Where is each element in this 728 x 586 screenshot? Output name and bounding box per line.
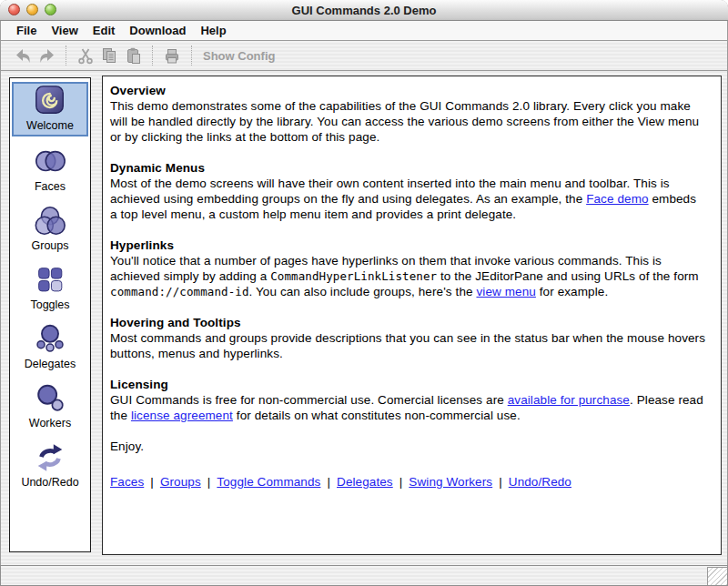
menu-help[interactable]: Help	[200, 24, 226, 37]
view-menu-link[interactable]: view menu	[476, 285, 535, 298]
available-for-purchase-link[interactable]: available for purchase	[508, 393, 630, 407]
link-separator: |	[399, 475, 403, 489]
menu-file[interactable]: File	[16, 24, 36, 37]
sidebar-item-faces[interactable]: Faces	[12, 141, 88, 196]
swing-workers-link[interactable]: Swing Workers	[409, 475, 492, 489]
link-separator: |	[327, 475, 330, 489]
gui-commands-logo-icon	[33, 84, 67, 118]
sidebar-item-toggles[interactable]: Toggles	[12, 259, 88, 314]
forward-arrow-icon	[37, 46, 56, 65]
code-snippet: command://command-id	[110, 285, 249, 298]
menu-view[interactable]: View	[51, 24, 77, 37]
minimize-button[interactable]	[26, 4, 38, 15]
show-config-button[interactable]: Show Config	[203, 49, 275, 63]
close-button[interactable]	[8, 4, 20, 15]
circle-with-satellites-icon	[32, 322, 68, 357]
paste-icon	[124, 46, 142, 65]
toolbar-separator	[152, 45, 153, 66]
section-body: . You can also include groups, here's th…	[249, 285, 477, 298]
section-overview: Overview This demo demonstrates some of …	[110, 83, 706, 145]
resize-grip[interactable]	[707, 567, 727, 585]
scissors-icon	[76, 46, 95, 65]
link-separator: |	[150, 475, 154, 489]
three-circles-icon	[32, 204, 68, 238]
big-small-circle-icon	[32, 381, 68, 416]
section-body: for details on what constitutes non-comm…	[233, 409, 521, 422]
undo-redo-link[interactable]: Undo/Redo	[509, 475, 571, 489]
back-arrow-icon	[14, 46, 33, 65]
sidebar-item-groups[interactable]: Groups	[12, 200, 88, 255]
section-heading: Dynamic Menus	[110, 161, 205, 175]
menu-bar: File View Edit Download Help	[0, 21, 728, 41]
sidebar-item-label: Welcome	[26, 119, 74, 132]
sidebar-item-delegates[interactable]: Delegates	[12, 318, 88, 373]
copy-icon	[100, 46, 118, 65]
toolbar: Show Config	[0, 41, 728, 71]
section-body: for example.	[536, 285, 608, 298]
toolbar-separator	[191, 45, 192, 66]
sidebar-item-welcome[interactable]: Welcome	[12, 82, 88, 136]
section-heading: Licensing	[110, 378, 168, 391]
sidebar-item-label: Delegates	[25, 358, 76, 370]
window-controls	[8, 4, 56, 15]
toolbar-separator	[66, 45, 66, 66]
menu-download[interactable]: Download	[129, 24, 186, 37]
delegates-link[interactable]: Delegates	[337, 475, 393, 489]
groups-link[interactable]: Groups	[160, 475, 201, 489]
sidebar-item-label: Workers	[29, 417, 71, 429]
back-button[interactable]	[12, 45, 34, 66]
section-heading: Overview	[110, 84, 166, 97]
circular-arrows-icon	[32, 440, 68, 475]
sidebar: Welcome Faces Groups Toggl	[9, 77, 91, 552]
section-heading: Hyperlinks	[110, 238, 174, 252]
license-agreement-link[interactable]: license agreement	[131, 409, 233, 422]
section-body: Most commands and groups provide descrip…	[110, 331, 705, 360]
forward-button[interactable]	[35, 45, 57, 66]
link-separator: |	[207, 475, 211, 489]
sidebar-item-label: Undo/Redo	[21, 476, 78, 489]
copy-button[interactable]	[98, 45, 120, 66]
section-hovering-tooltips: Hovering and Tooltips Most commands and …	[110, 315, 706, 361]
section-dynamic-menus: Dynamic Menus Most of the demo screens w…	[110, 160, 706, 222]
printer-icon	[163, 46, 181, 65]
link-separator: |	[499, 475, 502, 489]
title-bar[interactable]: GUI Commands 2.0 Demo	[0, 0, 728, 21]
section-body: Enjoy.	[110, 440, 144, 453]
menu-edit[interactable]: Edit	[93, 24, 116, 37]
face-demo-link[interactable]: Face demo	[586, 192, 648, 206]
sidebar-item-label: Toggles	[30, 298, 69, 311]
content-pane: Overview This demo demonstrates some of …	[102, 76, 722, 555]
section-body: This demo demonstrates some of the capab…	[110, 99, 699, 144]
sidebar-item-label: Groups	[32, 239, 69, 252]
section-licensing: Licensing GUI Commands is free for non-c…	[110, 377, 706, 423]
footer-links: Faces|Groups|Toggle Commands|Delegates|S…	[110, 474, 706, 490]
faces-link[interactable]: Faces	[110, 475, 144, 489]
window-title: GUI Commands 2.0 Demo	[292, 4, 437, 17]
sidebar-item-undo-redo[interactable]: Undo/Redo	[12, 437, 88, 491]
sidebar-item-workers[interactable]: Workers	[12, 378, 88, 432]
section-body: GUI Commands is free for non-commercial …	[110, 393, 508, 407]
print-button[interactable]	[161, 45, 183, 66]
code-snippet: CommandHyperLinkListener	[270, 269, 437, 283]
status-bar	[0, 565, 728, 586]
four-squares-icon	[32, 263, 68, 298]
toggle-commands-link[interactable]: Toggle Commands	[217, 475, 320, 489]
section-heading: Hovering and Tooltips	[110, 316, 241, 329]
cut-button[interactable]	[75, 45, 96, 66]
paste-button[interactable]	[122, 45, 144, 66]
two-circles-icon	[32, 145, 68, 179]
section-body: to the JEditorPane and using URLs of the…	[437, 269, 699, 283]
zoom-button[interactable]	[45, 4, 56, 15]
app-window: GUI Commands 2.0 Demo File View Edit Dow…	[0, 0, 728, 586]
sidebar-item-label: Faces	[35, 180, 66, 193]
enjoy-text: Enjoy.	[110, 439, 706, 454]
section-hyperlinks: Hyperlinks You'll notice that a number o…	[110, 237, 706, 299]
